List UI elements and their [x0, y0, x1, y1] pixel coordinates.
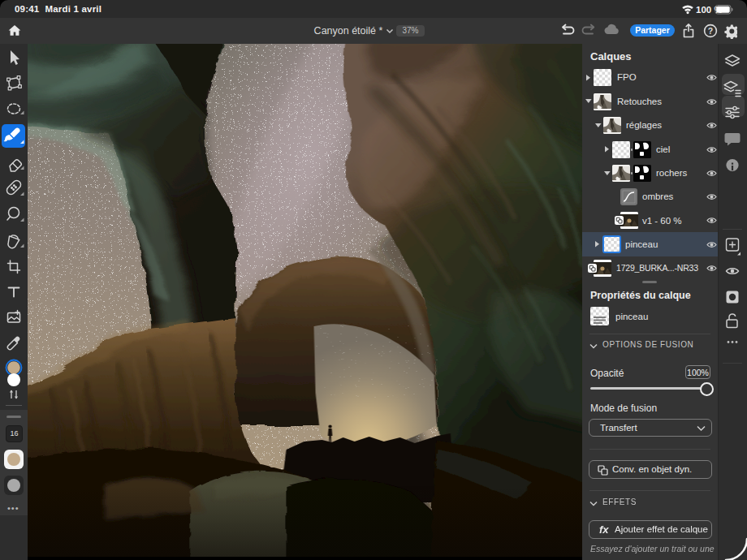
svg-text:?: ?: [708, 26, 713, 36]
